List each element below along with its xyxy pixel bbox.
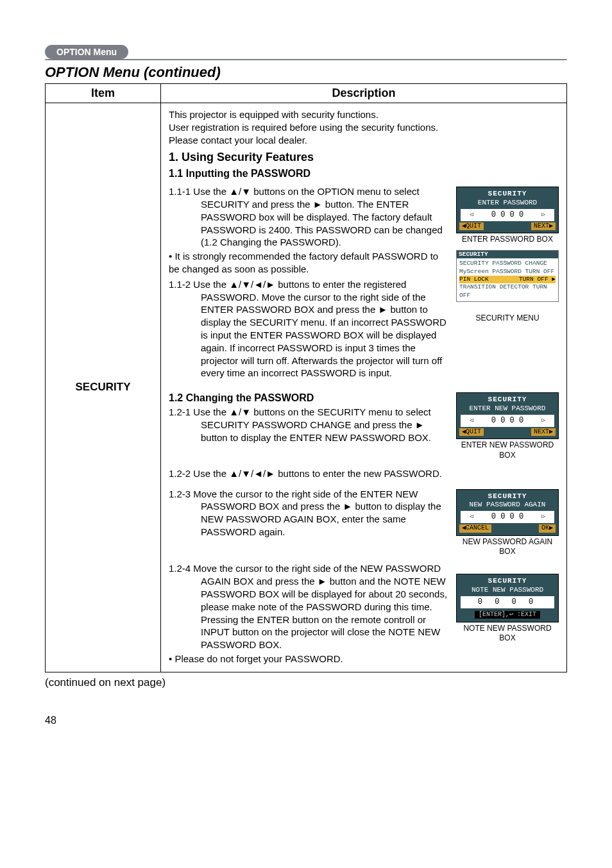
step-1-2-4: 1.2-4 Move the cursor to the right side … (169, 562, 448, 651)
osd2-caption: SECURITY MENU (456, 313, 559, 324)
step-1-2-4-note: • Please do not forget your PASSWORD. (169, 653, 448, 665)
osd-nav-left: ◀QUIT (459, 222, 484, 231)
description-cell: This projector is equipped with security… (161, 103, 567, 672)
osd-title: SECURITY (459, 396, 556, 405)
menu-tab-label: OPTION Menu (45, 45, 128, 59)
step-1-2-1: 1.2-1 Use the ▲/▼ buttons on the SECURIT… (169, 406, 448, 444)
osd-nav-right: NEXT▶ (531, 428, 556, 437)
osd-subtitle: NOTE NEW PASSWORD (459, 586, 556, 595)
osd2-line1: SECURITY PASSWORD CHANGE (459, 260, 556, 267)
osd-note-password: SECURITY NOTE NEW PASSWORD 0 0 0 0 [ENTE… (456, 574, 559, 622)
osd-enter-new-password: SECURITY ENTER NEW PASSWORD 0 0 0 0 ◀QUI… (456, 392, 559, 439)
step-1-1-1-note: • It is strongly recommended the factory… (169, 250, 448, 276)
section-1-title: 1. Using Security Features (169, 150, 559, 165)
item-name: SECURITY (76, 381, 131, 393)
osd2-line4: TRANSITION DETECTOR TURN OFF (459, 283, 556, 299)
page-title: OPTION Menu (continued) (45, 64, 567, 81)
osd-caption: ENTER NEW PASSWORD BOX (456, 440, 559, 461)
menu-tab-bar: OPTION Menu (45, 45, 567, 60)
osd-password-again: SECURITY NEW PASSWORD AGAIN 0 0 0 0 ◀CAN… (456, 489, 559, 536)
osd-title: SECURITY (459, 577, 556, 586)
osd2-line2: MyScreen PASSWORD TURN OFF (459, 268, 556, 276)
osd-enter-password: SECURITY ENTER PASSWORD 0 0 0 0 ◀QUITNEX… (456, 187, 559, 233)
step-1-1-2: 1.1-2 Use the ▲/▼/◄/► buttons to enter t… (169, 278, 448, 380)
osd2-header: SECURITY (457, 251, 558, 258)
option-table: Item Description SECURITY This projector… (45, 83, 567, 672)
item-name-cell: SECURITY (46, 103, 161, 672)
osd-nav-right: NEXT▶ (531, 222, 556, 231)
step-1-2-3: 1.2-3 Move the cursor to the right side … (169, 488, 448, 538)
osd-caption: ENTER PASSWORD BOX (456, 235, 559, 245)
intro-text: This projector is equipped with security… (169, 108, 559, 146)
osd-digits: 0 0 0 0 (461, 415, 554, 427)
osd-digits: 0 0 0 0 (461, 596, 554, 608)
osd-digits: 0 0 0 0 (461, 511, 554, 523)
osd-subtitle: NEW PASSWORD AGAIN (459, 501, 556, 510)
osd-security-menu: SECURITY SECURITY PASSWORD CHANGE MyScre… (456, 250, 559, 302)
osd-title: SECURITY (459, 190, 556, 199)
osd-subtitle: ENTER PASSWORD (459, 199, 556, 208)
continued-note: (continued on next page) (45, 676, 567, 689)
page-number: 48 (45, 715, 567, 726)
osd-caption: NEW PASSWORD AGAIN BOX (456, 537, 559, 558)
osd-subtitle: ENTER NEW PASSWORD (459, 405, 556, 413)
osd-digits: 0 0 0 0 (461, 209, 554, 221)
osd-exit-button: [ENTER],↩ :EXIT (475, 611, 540, 619)
osd-caption: NOTE NEW PASSWORD BOX (456, 624, 559, 644)
col-desc-header: Description (161, 84, 567, 103)
step-1-2-2: 1.2-2 Use the ▲/▼/◄/► buttons to enter t… (169, 467, 559, 480)
osd-nav-left: ◀CANCEL (459, 524, 491, 533)
osd-nav-right: OK▶ (539, 524, 556, 533)
section-1-2-title: 1.2 Changing the PASSWORD (169, 391, 448, 405)
osd2-line3a: PIN LOCK (459, 276, 489, 283)
osd2-line3b: TURN OFF ▶ (519, 276, 556, 283)
col-item-header: Item (46, 84, 161, 103)
osd-nav-left: ◀QUIT (459, 428, 484, 437)
step-1-1-1: 1.1-1 Use the ▲/▼ buttons on the OPTION … (169, 185, 448, 249)
section-1-1-title: 1.1 Inputting the PASSWORD (169, 167, 559, 180)
osd-title: SECURITY (459, 492, 556, 501)
